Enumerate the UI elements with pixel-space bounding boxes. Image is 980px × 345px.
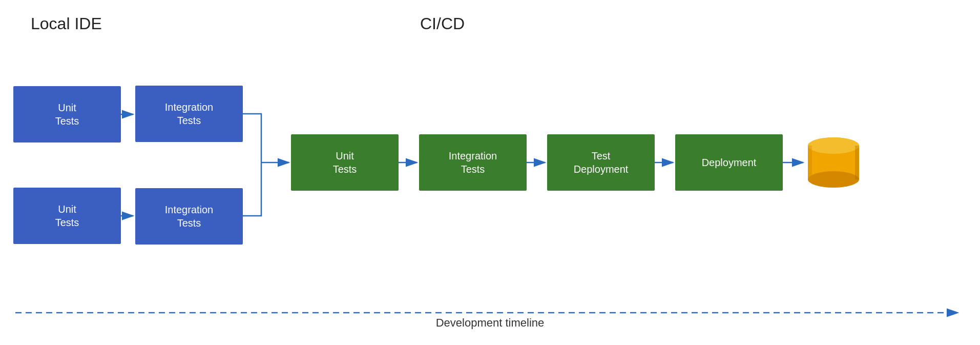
- local-integration-tests-2: IntegrationTests: [135, 188, 243, 245]
- local-ide-label: Local IDE: [31, 14, 102, 33]
- pipeline-unit-tests: UnitTests: [291, 134, 399, 191]
- svg-point-3: [808, 137, 859, 154]
- timeline-label: Development timeline: [436, 316, 545, 330]
- svg-rect-5: [855, 146, 859, 179]
- pipeline-test-deployment: TestDeployment: [547, 134, 655, 191]
- diagram-container: Local IDE CI/CD UnitTests IntegrationTes…: [0, 0, 980, 345]
- database-cylinder: [805, 134, 862, 191]
- cicd-label: CI/CD: [420, 14, 465, 33]
- pipeline-deployment: Deployment: [675, 134, 783, 191]
- pipeline-integration-tests: IntegrationTests: [419, 134, 527, 191]
- local-unit-tests-2: UnitTests: [13, 188, 121, 244]
- local-unit-tests-1: UnitTests: [13, 86, 121, 143]
- svg-rect-4: [808, 146, 812, 179]
- svg-point-2: [808, 171, 859, 188]
- local-integration-tests-1: IntegrationTests: [135, 86, 243, 142]
